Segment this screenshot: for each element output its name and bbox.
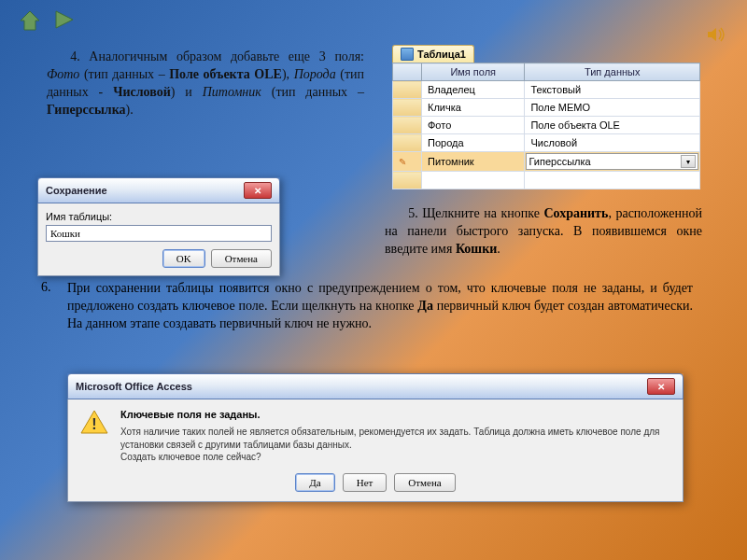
dialog-title: Microsoft Office Access	[76, 381, 192, 392]
step-4-text: 4. Аналогичным образом добавьте еще 3 по…	[47, 49, 364, 119]
step-5-text: 5. Щелкните на кнопке Сохранить, располо…	[385, 205, 702, 259]
table-row[interactable]: ВладелецТекстовый	[393, 81, 700, 99]
table-row[interactable]: ФотоПоле объекта OLE	[393, 117, 700, 134]
data-type-dropdown[interactable]: Гиперссылка▾	[526, 153, 698, 170]
col-field-name: Имя поля	[422, 63, 525, 81]
chevron-down-icon[interactable]: ▾	[681, 155, 696, 168]
yes-button[interactable]: Да	[295, 473, 334, 492]
pencil-icon: ✎	[399, 157, 406, 167]
step-6-text: При сохранении таблицы появится окно с п…	[67, 280, 693, 333]
warning-icon: !	[79, 409, 109, 435]
table-design-view: Таблица1 Имя поляТип данных ВладелецТекс…	[392, 45, 700, 189]
svg-text:!: !	[92, 416, 96, 432]
table-tab[interactable]: Таблица1	[392, 45, 474, 63]
access-warning-dialog: Microsoft Office Access✕ ! Ключевые поля…	[67, 373, 684, 502]
table-row[interactable]: КличкаПоле МЕМО	[393, 99, 700, 117]
play-icon[interactable]	[50, 7, 77, 32]
no-button[interactable]: Нет	[343, 473, 388, 492]
close-icon[interactable]: ✕	[244, 182, 272, 199]
table-row-active[interactable]: ✎ПитомникГиперссылка▾	[393, 152, 700, 172]
col-data-type: Тип данных	[525, 63, 700, 81]
table-name-input[interactable]	[46, 225, 272, 242]
home-icon[interactable]	[17, 7, 43, 32]
warning-text: Хотя наличие таких полей не является обя…	[120, 426, 671, 464]
warning-headline: Ключевые поля не заданы.	[120, 409, 671, 420]
speaker-icon	[706, 24, 726, 45]
cancel-button[interactable]: Отмена	[394, 473, 455, 492]
dialog-title: Сохранение	[46, 185, 107, 196]
table-row[interactable]	[393, 172, 700, 189]
table-name-label: Имя таблицы:	[46, 211, 272, 222]
ok-button[interactable]: OK	[162, 249, 205, 268]
close-icon[interactable]: ✕	[647, 378, 675, 395]
table-icon	[401, 48, 414, 61]
cancel-button[interactable]: Отмена	[211, 249, 272, 268]
table-row[interactable]: ПородаЧисловой	[393, 134, 700, 152]
step-6-number: 6.	[41, 280, 51, 295]
save-dialog: Сохранение✕ Имя таблицы: OK Отмена	[37, 177, 280, 276]
